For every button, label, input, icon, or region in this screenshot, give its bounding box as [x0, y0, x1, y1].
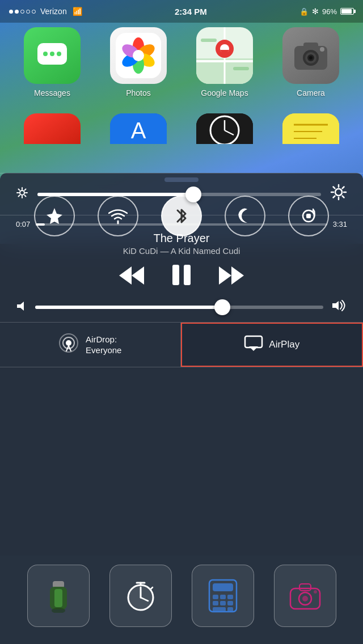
airplay-icon	[244, 335, 263, 355]
flashlight-icon	[44, 579, 73, 613]
svg-point-99	[314, 590, 317, 594]
airdrop-status: Everyone	[86, 345, 121, 356]
toggle-row	[0, 190, 363, 242]
volume-row	[16, 299, 347, 315]
airdrop-text: AirDrop: Everyone	[86, 334, 121, 356]
pause-icon	[171, 264, 192, 286]
app-camera[interactable]: Camera	[277, 27, 345, 98]
music-artist: KiD CuDi — A Kid Named Cudi	[16, 246, 347, 256]
do-not-disturb-toggle[interactable]	[225, 196, 265, 236]
signal-bars	[9, 10, 36, 14]
svg-rect-76	[54, 589, 62, 607]
calculator-icon	[208, 579, 238, 613]
svg-point-28	[320, 47, 324, 52]
volume-high-icon	[331, 299, 347, 315]
svg-marker-73	[249, 346, 258, 351]
svg-rect-94	[227, 607, 233, 612]
volume-thumb	[214, 299, 230, 315]
rotation-lock-icon	[299, 207, 318, 225]
pause-button[interactable]	[171, 264, 192, 291]
wifi-toggle[interactable]	[98, 196, 138, 236]
app-messages[interactable]: Messages	[18, 27, 86, 98]
timer-button[interactable]	[109, 565, 172, 627]
svg-marker-60	[119, 266, 132, 285]
camera-label: Camera	[297, 88, 325, 98]
svg-line-55	[334, 187, 335, 189]
svg-line-84	[150, 587, 153, 590]
svg-point-67	[66, 340, 71, 346]
app-photos[interactable]: Photos	[104, 27, 172, 98]
rewind-icon	[119, 265, 144, 286]
partial-icon-2: A	[110, 113, 167, 144]
speaker-low-icon	[16, 300, 27, 312]
svg-rect-40	[306, 214, 311, 218]
svg-point-27	[309, 56, 313, 60]
signal-dot-5	[32, 10, 36, 14]
camera-quick-icon	[288, 581, 322, 611]
camera-quick-button[interactable]	[274, 565, 336, 627]
svg-text:A: A	[131, 118, 146, 143]
timer-icon	[124, 579, 157, 612]
svg-rect-92	[227, 601, 233, 605]
svg-rect-89	[227, 595, 233, 599]
svg-rect-21	[233, 67, 249, 70]
svg-rect-35	[282, 113, 339, 144]
messages-label: Messages	[34, 88, 70, 98]
svg-marker-59	[132, 266, 144, 285]
airdrop-button[interactable]: AirDrop: Everyone	[0, 323, 181, 367]
airplane-mode-toggle[interactable]	[34, 196, 75, 236]
app-maps[interactable]: Google Maps	[191, 27, 259, 98]
svg-rect-62	[184, 265, 191, 285]
flashlight-button[interactable]	[27, 565, 90, 627]
pull-handle[interactable]	[164, 177, 199, 182]
control-center: 0:07 3:31 The Prayer KiD CuDi — A Kid Na…	[0, 173, 363, 644]
airdrop-label: AirDrop:	[86, 334, 121, 345]
airplay-display-icon	[244, 335, 263, 351]
svg-point-98	[302, 596, 308, 601]
maps-icon	[196, 27, 253, 84]
progress-track[interactable]	[36, 223, 327, 226]
partial-clock-svg	[196, 113, 253, 144]
svg-line-57	[343, 187, 344, 189]
svg-rect-23	[303, 43, 318, 48]
rewind-button[interactable]	[119, 265, 144, 290]
maps-label: Google Maps	[201, 88, 248, 98]
signal-dot-4	[26, 10, 30, 14]
volume-slider[interactable]	[35, 306, 323, 309]
volume-fill	[35, 306, 222, 309]
photos-svg	[116, 33, 161, 78]
signal-dot-1	[9, 10, 13, 14]
svg-marker-63	[219, 266, 231, 285]
battery-icon	[340, 8, 354, 15]
app-row-1: Messages Photos	[0, 27, 363, 98]
svg-rect-86	[213, 583, 233, 591]
fastforward-button[interactable]	[219, 265, 244, 290]
svg-point-12	[133, 50, 144, 61]
app-partial-3	[191, 113, 259, 144]
svg-marker-65	[17, 302, 24, 311]
airplay-button[interactable]: AirPlay	[181, 323, 364, 367]
messages-icon	[24, 27, 81, 84]
brightness-slider[interactable]	[37, 193, 321, 196]
calculator-button[interactable]	[192, 565, 254, 627]
wifi-icon: 📶	[73, 7, 82, 16]
app-partial-2: A	[104, 113, 172, 144]
svg-rect-20	[201, 39, 217, 42]
airdrop-waves-icon	[58, 333, 79, 353]
share-row: AirDrop: Everyone AirPlay	[0, 322, 363, 367]
camera-svg	[291, 36, 331, 75]
svg-rect-93	[213, 607, 226, 612]
partial-icon-4	[282, 113, 339, 144]
volume-low-icon	[16, 300, 27, 315]
svg-rect-72	[245, 336, 262, 348]
quick-access-row	[0, 556, 363, 644]
battery-percent: 96%	[322, 7, 337, 16]
speaker-high-icon	[331, 299, 347, 312]
brightness-thumb	[185, 187, 201, 202]
svg-marker-66	[332, 301, 339, 310]
rotation-lock-toggle[interactable]	[288, 196, 329, 236]
status-bar: Verizon 📶 2:34 PM 🔒 ✻ 96%	[0, 0, 363, 23]
brightness-fill	[37, 193, 193, 196]
app-partial-1	[18, 113, 86, 144]
svg-marker-64	[231, 266, 244, 285]
